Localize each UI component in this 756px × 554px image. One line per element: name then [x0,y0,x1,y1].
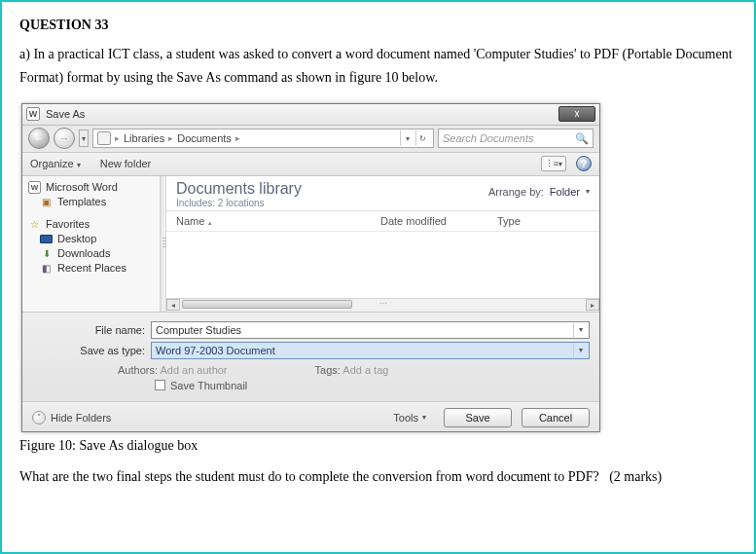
tools-menu[interactable]: Tools ▾ [393,412,426,424]
toolbar: Organize ▾ New folder ⋮≡ ▾ ? [22,153,599,176]
recent-icon: ◧ [40,262,53,275]
help-button[interactable]: ? [576,156,592,171]
hide-folders-toggle[interactable]: ˄ Hide Folders [32,411,111,425]
scroll-track[interactable]: ⋯ [180,299,586,311]
chevron-down-icon: ▾ [77,161,81,169]
scroll-left-button[interactable]: ◂ [166,299,180,311]
authors-field[interactable]: Authors: Add an author [118,364,228,376]
final-question: What are the two final steps the student… [19,469,737,485]
file-name-label: File name: [79,324,151,336]
save-as-type-label: Save as type: [79,345,151,356]
library-subtitle: Includes: 2 locations [176,198,302,208]
button-row: ˄ Hide Folders Tools ▾ Save Cancel [22,401,599,431]
mid-pane: WMicrosoft Word ▣Templates ☆Favorites De… [22,176,599,313]
breadcrumb-seg-libraries[interactable]: Libraries [124,132,164,144]
arrange-by-control[interactable]: Arrange by: Folder ▾ [488,180,590,198]
tags-field[interactable]: Tags: Add a tag [315,364,389,376]
save-thumbnail-checkbox[interactable] [155,380,165,390]
meta-row: Authors: Add an author Tags: Add a tag [118,364,590,376]
nav-history-dropdown[interactable]: ▾ [79,129,89,147]
chevron-down-icon: ▾ [422,413,426,422]
organize-menu[interactable]: Organize ▾ [30,158,81,169]
breadcrumb-seg-documents[interactable]: Documents [177,132,232,144]
save-as-type-row: Save as type: Word 97-2003 Document ▾ [79,342,590,359]
dialog-title: Save As [46,108,85,120]
navigation-sidebar: WMicrosoft Word ▣Templates ☆Favorites De… [22,176,161,312]
question-body: a) In a practical ICT class, a student w… [19,43,737,90]
dialog-titlebar: W Save As x [22,104,599,126]
sidebar-item-downloads[interactable]: ⬇Downloads [28,246,154,261]
star-icon: ☆ [28,218,41,231]
chevron-right-icon: ▸ [235,133,240,143]
chevron-right-icon: ▸ [168,133,173,143]
nav-forward-button[interactable]: → [54,128,75,149]
page-frame: QUESTION 33 a) In a practical ICT class,… [0,0,756,554]
folder-icon: ▣ [40,196,53,208]
nav-row: ← → ▾ ▸ Libraries ▸ Documents ▸ ▾ ↻ Sear… [22,126,599,153]
save-thumbnail-row[interactable]: Save Thumbnail [155,380,590,391]
word-icon: W [28,181,41,194]
sidebar-item-desktop[interactable]: Desktop [28,232,154,246]
view-options-button[interactable]: ⋮≡ ▾ [541,156,566,171]
file-name-input[interactable]: Computer Studies ▾ [151,321,590,339]
collapse-icon: ˄ [32,411,46,425]
file-list-area[interactable] [166,232,599,298]
nav-back-button[interactable]: ← [28,128,50,149]
download-icon: ⬇ [40,247,53,260]
cancel-button[interactable]: Cancel [522,408,590,427]
scroll-right-button[interactable]: ▸ [586,299,599,311]
save-button[interactable]: Save [444,408,512,427]
question-title: QUESTION 33 [19,18,737,33]
new-folder-button[interactable]: New folder [100,158,152,169]
content-pane: Documents library Includes: 2 locations … [166,176,599,312]
sidebar-item-msword[interactable]: WMicrosoft Word [28,180,154,195]
chevron-right-icon: ▸ [115,133,120,143]
file-name-row: File name: Computer Studies ▾ [79,321,590,339]
location-icon [97,131,111,145]
address-dropdown[interactable]: ▾ [400,130,414,146]
sort-indicator-icon: ▴ [208,219,212,226]
chevron-down-icon: ▾ [586,187,590,196]
word-app-icon: W [26,107,40,121]
fields-pane: File name: Computer Studies ▾ Save as ty… [22,313,599,401]
address-breadcrumb[interactable]: ▸ Libraries ▸ Documents ▸ ▾ ↻ [92,129,434,148]
search-icon: 🔍 [575,132,589,145]
library-title: Documents library [176,180,302,198]
save-as-type-select[interactable]: Word 97-2003 Document ▾ [151,342,590,359]
chevron-down-icon[interactable]: ▾ [573,323,587,337]
figure-caption: Figure 10: Save As dialogue box [19,438,737,454]
marks: (2 marks) [609,469,662,484]
column-headers: Name▴ Date modified Type [166,211,599,232]
search-input[interactable]: Search Documents 🔍 [438,129,594,148]
search-placeholder: Search Documents [443,132,534,144]
desktop-icon [40,233,53,245]
scroll-thumb[interactable] [182,300,352,309]
col-name[interactable]: Name▴ [176,215,380,227]
sidebar-item-recent[interactable]: ◧Recent Places [28,261,154,276]
library-header: Documents library Includes: 2 locations … [166,176,599,211]
save-thumbnail-label: Save Thumbnail [170,380,247,391]
col-type[interactable]: Type [497,215,521,227]
sidebar-item-templates[interactable]: ▣Templates [28,195,154,209]
save-as-dialog: W Save As x ← → ▾ ▸ Libraries ▸ Document… [21,103,600,432]
col-date[interactable]: Date modified [380,215,497,227]
close-button[interactable]: x [558,106,595,122]
chevron-down-icon[interactable]: ▾ [573,344,587,357]
scroll-marker: ⋯ [379,299,387,308]
refresh-button[interactable]: ↻ [415,130,429,146]
sidebar-item-favorites[interactable]: ☆Favorites [28,217,154,232]
horizontal-scrollbar[interactable]: ◂ ⋯ ▸ [166,298,599,312]
